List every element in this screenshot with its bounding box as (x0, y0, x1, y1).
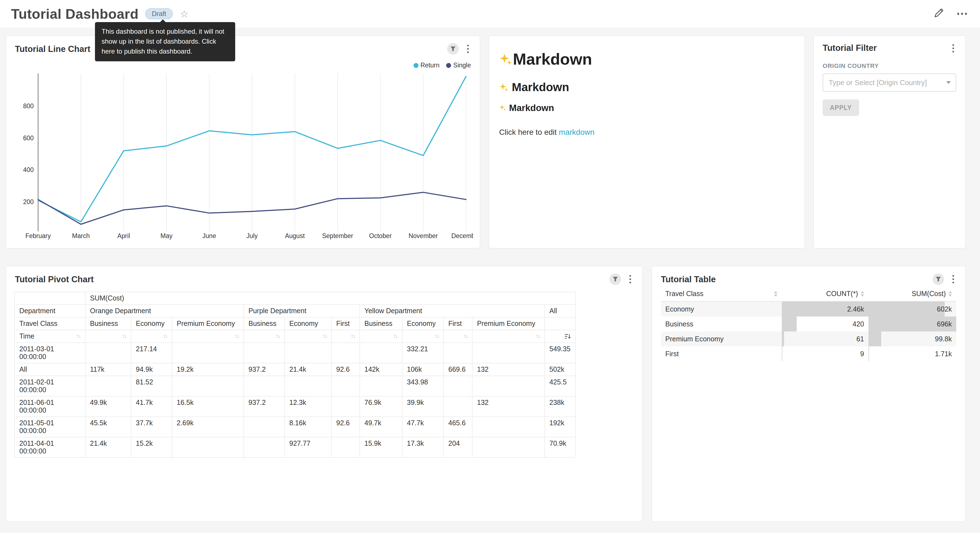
pivot-cell: 81.52 (131, 376, 172, 396)
pivot-class-row: Travel ClassBusinessEconomyPremium Econo… (14, 317, 576, 330)
chart-kebab-menu-icon[interactable] (465, 44, 471, 54)
cross-filter-icon[interactable] (609, 273, 621, 285)
sort-icon[interactable]: ↑↓ (76, 333, 81, 339)
col-header-count[interactable]: COUNT(*) (782, 287, 869, 301)
filter-card-title: Tutorial Filter (822, 43, 877, 53)
pivot-cell (360, 343, 402, 363)
col-header-sum[interactable]: SUM(Cost) (869, 287, 956, 301)
filter-kebab-menu-icon[interactable] (950, 43, 956, 54)
svg-text:February: February (25, 232, 51, 239)
pivot-row: 2011-04-0100:00:0021.4k15.2k927.7715.9k1… (14, 437, 576, 458)
sort-icon[interactable]: ↑↓ (122, 333, 126, 339)
favorite-star-icon[interactable]: ☆ (180, 9, 189, 19)
apply-filter-button[interactable]: APPLY (822, 99, 859, 116)
pivot-cell: 142k (360, 363, 402, 376)
edit-pencil-icon[interactable] (933, 8, 944, 20)
sort-icon[interactable]: ↑↓ (235, 333, 239, 339)
svg-text:October: October (369, 232, 392, 239)
pivot-cell: 92.6 (331, 417, 360, 437)
table-kebab-menu-icon[interactable] (950, 274, 956, 284)
pivot-cell (444, 376, 473, 396)
origin-country-select[interactable] (822, 73, 956, 92)
pivot-cell (473, 417, 545, 437)
sort-icon[interactable]: ↑↓ (163, 333, 167, 339)
pivot-cell (331, 343, 360, 363)
pivot-cell: 238k (545, 396, 576, 417)
dashboard-page: Tutorial Dashboard Draft ☆ This dashboar… (0, 0, 980, 533)
pivot-row-header: 2011-03-0100:00:00 (14, 343, 85, 363)
origin-country-input[interactable] (822, 73, 956, 92)
pivot-cell: 21.4k (285, 363, 331, 376)
pivot-cell (172, 343, 244, 363)
sort-icon[interactable]: ↑↓ (393, 333, 398, 339)
pivot-corner-travel-class: Travel Class (14, 317, 85, 330)
table-row: Business 420 696k (661, 316, 956, 331)
table-card-title: Tutorial Table (661, 274, 716, 284)
pivot-kebab-menu-icon[interactable] (627, 274, 633, 284)
pivot-cell: 49.7k (360, 417, 402, 437)
pivot-cell: 16.5k (172, 396, 244, 417)
pivot-cell (85, 376, 131, 396)
pivot-cell: 343.98 (402, 376, 444, 396)
tutorial-table: Travel Class COUNT(*) SUM(Cost) Economy … (661, 287, 956, 361)
col-header-travel-class[interactable]: Travel Class (661, 287, 782, 301)
draft-badge[interactable]: Draft (145, 8, 173, 19)
pivot-cell: 92.6 (331, 363, 360, 376)
markdown-heading-2: Markdown (499, 81, 794, 94)
pivot-cell (244, 437, 285, 458)
pivot-row: 2011-03-0100:00:00217.14332.21549.35 (14, 343, 576, 363)
pivot-cell: 502k (545, 363, 576, 376)
pivot-cell: 8.16k (285, 417, 331, 437)
sparkles-icon (499, 53, 512, 66)
pivot-class-header: Economy (285, 317, 331, 330)
pivot-row: All117k94.9k19.2k937.221.4k92.6142k106k6… (14, 363, 576, 376)
tutorial-line-chart-card: Tutorial Line Chart ReturnSingle Februar… (6, 35, 480, 249)
sort-icon[interactable]: ↑↓ (536, 333, 540, 339)
pivot-cell: 549.35 (545, 343, 576, 363)
chart-title: Tutorial Line Chart (15, 44, 90, 54)
svg-text:December: December (451, 232, 473, 239)
pivot-cell: 76.9k (360, 396, 402, 417)
cross-filter-icon[interactable] (447, 43, 459, 55)
pivot-class-header: Economy (402, 317, 444, 330)
pivot-group-header: All (545, 305, 576, 317)
line-chart-legend: ReturnSingle (413, 62, 471, 69)
pivot-cell: 937.2 (244, 396, 285, 417)
markdown-heading-1: Markdown (499, 50, 794, 69)
pivot-cell: 332.21 (402, 343, 444, 363)
sparkles-icon (499, 83, 509, 92)
pivot-cell: 204 (444, 437, 473, 458)
markdown-edit-link[interactable]: markdown (559, 128, 594, 136)
sort-desc-icon[interactable] (564, 333, 571, 340)
legend-item[interactable]: Return (413, 62, 439, 69)
pivot-cell: 465.6 (444, 417, 473, 437)
pivot-cell: 70.9k (545, 437, 576, 458)
pivot-cell: 192k (545, 417, 576, 437)
pivot-cell (172, 437, 244, 458)
svg-text:400: 400 (23, 166, 34, 174)
svg-text:July: July (247, 232, 258, 239)
sort-icon[interactable]: ↑↓ (435, 333, 439, 339)
svg-text:November: November (409, 232, 438, 239)
count-cell: 61 (782, 331, 869, 346)
pivot-class-header: Business (244, 317, 285, 330)
sort-icon[interactable]: ↑↓ (276, 333, 280, 339)
svg-text:800: 800 (23, 102, 34, 110)
cross-filter-icon[interactable] (932, 273, 944, 285)
more-options-icon[interactable] (955, 11, 969, 17)
tutorial-pivot-chart-card: Tutorial Pivot Chart SUM(Cost)Department… (6, 266, 643, 522)
pivot-group-header: Yellow Department (360, 305, 545, 317)
pivot-cell: 41.7k (131, 396, 172, 417)
sort-icon[interactable]: ↑↓ (351, 333, 355, 339)
pivot-cell: 15.9k (360, 437, 402, 458)
pivot-class-header: Business (85, 317, 131, 330)
sort-icon[interactable]: ↑↓ (463, 333, 468, 339)
markdown-heading-3: Markdown (499, 103, 794, 113)
travel-class-cell: Premium Economy (661, 331, 782, 346)
pivot-cell: 17.3k (402, 437, 444, 458)
legend-item[interactable]: Single (446, 62, 471, 69)
pivot-group-header: Orange Department (85, 305, 244, 317)
sort-icon[interactable]: ↑↓ (323, 333, 327, 339)
filter-field-label: ORIGIN COUNTRY (822, 62, 956, 69)
pivot-cell (244, 376, 285, 396)
